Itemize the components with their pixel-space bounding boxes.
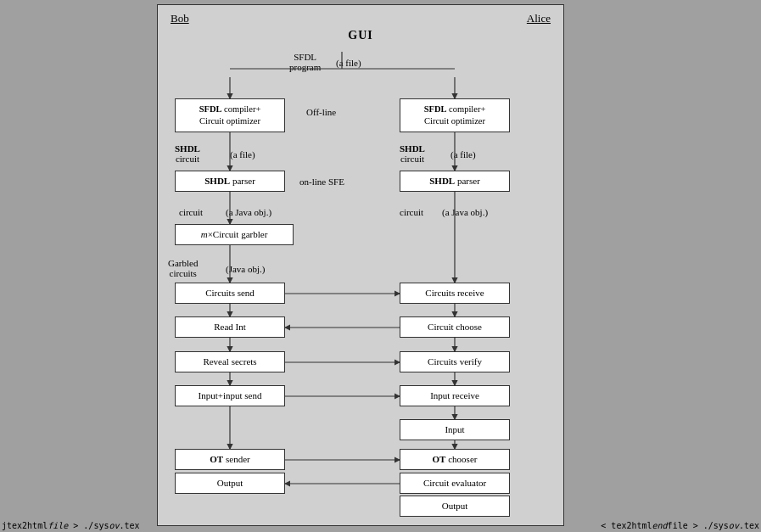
output-alice-box: Output: [400, 496, 510, 517]
shdl-circuit-bob-label: SHDLcircuit: [175, 143, 200, 164]
java-obj-bob-label: (a Java obj.): [226, 207, 271, 217]
sfdl-compiler-alice-box: SFDL compiler+Circuit optimizer: [400, 98, 510, 132]
a-file-bob-label: (a file): [230, 149, 255, 160]
offline-label: Off-line: [306, 107, 336, 117]
output-bob-box: Output: [175, 473, 285, 494]
reveal-secrets-box: Reveal secrets: [175, 351, 285, 372]
gui-label: GUI: [348, 29, 372, 42]
a-file-alice-label: (a file): [450, 149, 476, 160]
shdl-parser-alice-box: SHDL parser: [400, 171, 510, 192]
ot-chooser-box: OT chooser: [400, 449, 510, 470]
online-sfe-label: on-line SFE: [299, 176, 344, 187]
input-alice-box: Input: [400, 419, 510, 440]
circuits-receive-box: Circuits receive: [400, 283, 510, 304]
main-diagram: Bob Alice GUI SFDLprogram (a file) Off-l…: [157, 4, 564, 526]
circuit-bob-label: circuit: [179, 207, 203, 217]
circuit-evaluator-box: Circuit evaluator: [400, 473, 510, 494]
ot-sender-box: OT sender: [175, 449, 285, 470]
shdl-circuit-alice-label: SHDLcircuit: [400, 143, 425, 164]
input-receive-box: Input receive: [400, 385, 510, 406]
garbler-box: m×Circuit garbler: [175, 224, 294, 245]
circuit-choose-box: Circuit choose: [400, 316, 510, 338]
shdl-parser-bob-box: SHDL parser: [175, 171, 285, 192]
java-obj2-label: (Java obj.): [226, 264, 265, 274]
sfdl-program-label: SFDLprogram: [289, 52, 321, 72]
circuits-send-box: Circuits send: [175, 283, 285, 304]
java-obj-alice-label: (a Java obj.): [442, 207, 488, 217]
bob-label: Bob: [171, 12, 189, 25]
circuit-alice-label: circuit: [400, 207, 423, 217]
sfdl-compiler-bob-box: SFDL compiler+Circuit optimizer: [175, 98, 285, 132]
garbled-circuits-label: Garbledcircuits: [168, 258, 198, 278]
read-int-box: Read Int: [175, 316, 285, 338]
a-file-label1: (a file): [336, 58, 361, 68]
input-send-box: Input+input send: [175, 385, 285, 406]
bottom-right-text: < tex2htmlendfile > ./sysov.tex: [601, 521, 759, 530]
alice-label: Alice: [527, 12, 551, 25]
arrows-svg: [158, 5, 563, 525]
bottom-left-text: jtex2htmlfile > ./sysov.tex: [2, 521, 140, 530]
circuits-verify-box: Circuits verify: [400, 351, 510, 372]
